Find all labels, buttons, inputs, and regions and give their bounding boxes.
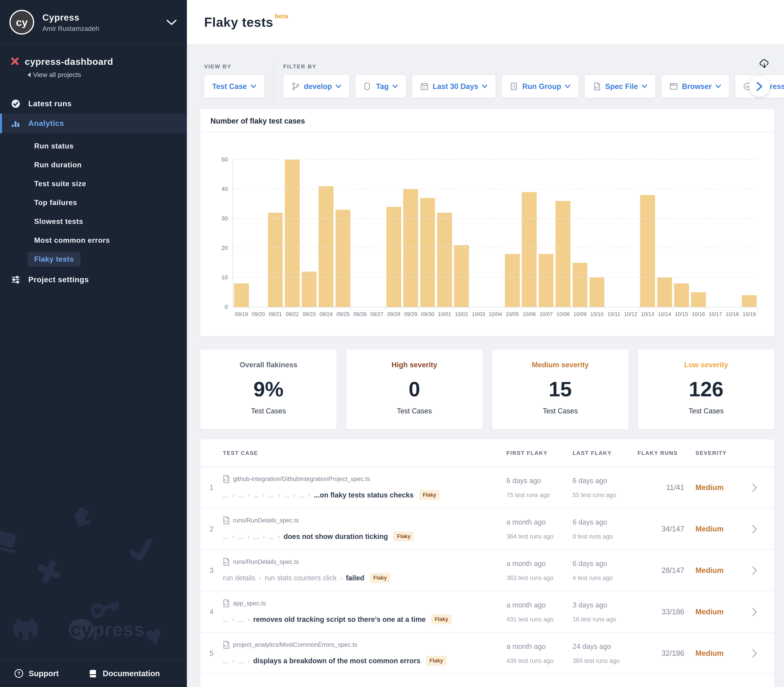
last-flaky-time: 6 days ago xyxy=(572,560,638,568)
view-all-projects-link[interactable]: View all projects xyxy=(28,71,187,79)
bar[interactable] xyxy=(505,254,520,307)
bar[interactable] xyxy=(285,159,300,307)
test-title[interactable]: failed xyxy=(346,574,364,582)
test-title[interactable]: ...on flaky tests status checks xyxy=(314,491,413,499)
bar[interactable] xyxy=(403,189,418,307)
x-axis-label: 10/14 xyxy=(656,311,673,317)
x-axis-ticks xyxy=(233,307,758,310)
x-axis-label: 10/18 xyxy=(724,311,741,317)
bar[interactable] xyxy=(522,192,537,307)
test-breadcrumb[interactable]: ...›...›...›...›...›...›...on flaky test… xyxy=(223,490,507,500)
row-chevron-icon[interactable] xyxy=(735,633,774,674)
table-row[interactable]: 3 runs/RunDetails_spec.ts run details›ru… xyxy=(200,550,774,592)
flaky-runs-count: 33/186 xyxy=(638,592,684,633)
bar[interactable] xyxy=(335,210,350,307)
filter-chip-tag[interactable]: Tag xyxy=(355,75,406,98)
x-axis-label: 09/24 xyxy=(318,311,335,317)
filter-chip-browser[interactable]: Browser xyxy=(661,75,729,98)
bar-slot xyxy=(707,159,724,307)
table-row[interactable]: 5 project_analytics/MostCommonErrors_spe… xyxy=(200,633,774,674)
sidebar-item-latest-runs[interactable]: Latest runs xyxy=(0,94,187,113)
sidebar-item-run-status[interactable]: Run status xyxy=(0,137,187,156)
sidebar-item-project-settings[interactable]: Project settings xyxy=(0,270,187,289)
last-flaky-time: 3 days ago xyxy=(572,601,638,609)
sidebar-item-most-common-errors[interactable]: Most common errors xyxy=(0,231,187,250)
column-header-last-flaky[interactable]: LAST FLAKY xyxy=(572,450,638,456)
flaky-chart-card: Number of flaky test cases 09/1909/2009/… xyxy=(200,109,774,336)
project-close-icon[interactable] xyxy=(11,58,19,66)
filter-chip-label: Last 30 Days xyxy=(433,82,478,91)
support-link[interactable]: ? Support xyxy=(14,669,59,678)
test-breadcrumb[interactable]: ...›...›...›...›does not show duration t… xyxy=(223,531,507,541)
bar[interactable] xyxy=(657,278,672,307)
column-header-test-case[interactable]: TEST CASE xyxy=(223,450,507,456)
column-header-severity[interactable]: SEVERITY xyxy=(684,450,735,456)
view-by-label: VIEW BY xyxy=(204,63,264,70)
spec-path[interactable]: github-integration/GithubIntegrationProj… xyxy=(233,475,370,483)
severity-value: Medium xyxy=(684,592,735,633)
column-header-first-flaky[interactable]: FIRST FLAKY xyxy=(507,450,572,456)
bar[interactable] xyxy=(742,295,757,307)
bar[interactable] xyxy=(589,278,604,307)
test-breadcrumb[interactable]: ...›...›displays a breakdown of the most… xyxy=(223,656,507,666)
documentation-link[interactable]: Documentation xyxy=(88,669,160,678)
bar-slot xyxy=(504,159,521,307)
first-flaky-time: a month ago xyxy=(507,518,572,526)
row-chevron-icon[interactable] xyxy=(735,592,774,633)
filter-chip-develop[interactable]: develop xyxy=(283,75,349,98)
breadcrumb-separator: › xyxy=(247,491,249,499)
row-chevron-icon[interactable] xyxy=(735,508,774,549)
bar[interactable] xyxy=(302,272,317,307)
filter-chip-run-group[interactable]: Run Group xyxy=(502,75,579,98)
test-breadcrumb[interactable]: ...›...›removes old tracking script so t… xyxy=(223,614,507,625)
row-chevron-icon[interactable] xyxy=(735,550,774,591)
breadcrumb-separator: › xyxy=(247,616,249,623)
sidebar-item-test-suite-size[interactable]: Test suite size xyxy=(0,174,187,193)
filter-chip-last-30-days[interactable]: 1Last 30 Days xyxy=(412,75,495,98)
test-title[interactable]: displays a breakdown of the most common … xyxy=(253,657,420,665)
spec-path[interactable]: project_analytics/MostCommonErrors_spec.… xyxy=(233,641,357,648)
sidebar-item-slowest-tests[interactable]: Slowest tests xyxy=(0,212,187,231)
bar[interactable] xyxy=(539,254,554,307)
severity-value: Medium xyxy=(684,550,735,591)
test-title[interactable]: removes old tracking script so there's o… xyxy=(253,615,426,624)
last-flaky-runs-ago: 16 test runs ago xyxy=(572,616,638,623)
sidebar-item-analytics[interactable]: Analytics xyxy=(0,113,187,133)
bar[interactable] xyxy=(454,245,469,307)
sidebar-item-top-failures[interactable]: Top failures xyxy=(0,193,187,212)
sidebar-item-flaky-tests[interactable]: Flaky tests xyxy=(0,250,187,269)
table-row[interactable]: 4 app_spec.ts ...›...›removes old tracki… xyxy=(200,592,774,633)
row-chevron-icon[interactable] xyxy=(735,467,774,508)
download-icon[interactable] xyxy=(759,59,769,70)
bar[interactable] xyxy=(691,292,706,307)
bars-container xyxy=(233,159,758,307)
bar[interactable] xyxy=(437,213,452,307)
view-by-test-case-dropdown[interactable]: Test Case xyxy=(204,75,264,98)
bar[interactable] xyxy=(268,213,283,307)
table-row[interactable]: 2 runs/RunDetails_spec.ts ...›...›...›..… xyxy=(200,508,774,550)
bar[interactable] xyxy=(556,201,571,307)
spec-path[interactable]: app_spec.ts xyxy=(233,600,266,607)
bar[interactable] xyxy=(318,186,333,307)
filter-chip-spec-file[interactable]: Spec File xyxy=(585,75,655,98)
bar[interactable] xyxy=(674,283,689,307)
bar[interactable] xyxy=(386,207,401,307)
table-row[interactable]: 1 github-integration/GithubIntegrationPr… xyxy=(200,467,774,508)
breadcrumb-item: ... xyxy=(238,657,244,665)
org-switcher[interactable]: cy Cypress Amir Rustamzadeh xyxy=(0,0,187,45)
test-breadcrumb[interactable]: run details›run stats counters click›fai… xyxy=(223,573,507,583)
org-user: Amir Rustamzadeh xyxy=(43,25,99,33)
column-header-flaky-runs[interactable]: FLAKY RUNS xyxy=(638,450,684,456)
filters-scroll-right-button[interactable] xyxy=(749,76,770,97)
spec-path[interactable]: runs/RunDetails_spec.ts xyxy=(233,558,299,565)
bar[interactable] xyxy=(420,198,435,307)
spec-path[interactable]: runs/RunDetails_spec.ts xyxy=(233,517,299,524)
sidebar-item-run-duration[interactable]: Run duration xyxy=(0,156,187,174)
bar[interactable] xyxy=(572,263,587,307)
bar-slot xyxy=(470,159,487,307)
bar[interactable] xyxy=(234,283,249,307)
bar[interactable] xyxy=(640,195,655,307)
table-row[interactable]: 6 nav/nav_spec.ts a month ago 3 days ago xyxy=(200,674,774,687)
octocat-watermark-icon xyxy=(10,617,41,646)
test-title[interactable]: does not show duration ticking xyxy=(284,533,388,541)
